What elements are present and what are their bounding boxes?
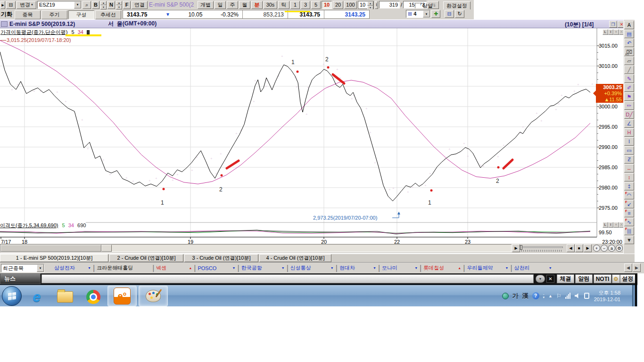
n-spinner[interactable]: ▲▼	[116, 1, 122, 9]
eraser-icon[interactable]: ▱	[624, 57, 634, 65]
playback-slider[interactable]	[519, 245, 564, 252]
ticker-item[interactable]: POSCO▼	[197, 265, 236, 271]
stock-button[interactable]: 종목	[15, 10, 41, 19]
settings-button[interactable]: 환경설정	[443, 1, 471, 10]
crayon-icon[interactable]: ✏	[624, 101, 634, 110]
execution-button[interactable]: 체결	[557, 274, 574, 283]
maximize-icon[interactable]: ❐	[609, 21, 617, 28]
mini-control-▫-icon[interactable]: ▫	[613, 29, 619, 35]
fibo-retrace-icon[interactable]: ≡F	[624, 209, 634, 217]
undo-icon[interactable]: ↶	[624, 39, 634, 47]
ime-hanja-indicator[interactable]: 漢	[522, 292, 528, 300]
strip-scroll-down-icon[interactable]: ▼	[624, 236, 634, 244]
bar-position-field[interactable]: 319	[379, 1, 400, 8]
wrench-icon[interactable]: ⚙	[616, 245, 623, 252]
n-spinner-up[interactable]: ▲	[116, 1, 122, 5]
count-spinbox-up[interactable]: ▲	[367, 1, 373, 6]
box-tool-icon[interactable]: ▭	[624, 146, 634, 155]
pen-arrow-icon[interactable]: ✐	[624, 83, 634, 92]
chart-area[interactable]: 3015.003010.003005.003000.002995.002990.…	[0, 28, 623, 244]
period-button[interactable]: 주기	[41, 10, 67, 19]
noti-button[interactable]: NOTI	[594, 274, 611, 283]
b-spinner[interactable]: ▲▼	[100, 1, 107, 9]
range-measure-icon[interactable]: ‡	[624, 182, 634, 190]
count-spinbox-spinner[interactable]: ▲▼	[367, 1, 373, 8]
zoom-out-icon[interactable]: −	[601, 245, 608, 252]
chart-scrollbar-thumb[interactable]	[0, 245, 101, 252]
today-checkbox[interactable]	[415, 3, 421, 8]
period-month-button[interactable]: 월	[239, 1, 250, 9]
layout-grid-select[interactable]: ⊞ 4 ▾	[406, 10, 430, 18]
taskbar-explorer-icon[interactable]	[56, 288, 74, 306]
ticker-item[interactable]: 우리들제약▼	[466, 264, 509, 272]
news-ticker-area[interactable]	[41, 274, 534, 283]
tray-power-icon[interactable]	[584, 293, 589, 299]
chart-scrollbar-grip[interactable]	[101, 245, 112, 252]
tray-flag-icon[interactable]: ⚐	[556, 293, 561, 299]
taskbar-trading-app-icon[interactable]: e°	[107, 286, 137, 306]
v-measure-icon[interactable]: ↕	[624, 173, 634, 181]
news-dropdown-icon[interactable]: ▼	[536, 275, 545, 283]
tray-volume-icon[interactable]	[575, 293, 580, 299]
mini-control-i-icon[interactable]: I	[608, 29, 614, 35]
interval-3-button[interactable]: 3	[301, 1, 310, 9]
mini-control-l-icon[interactable]: L	[603, 29, 608, 35]
zoom-in-icon[interactable]: +	[593, 245, 600, 252]
fibo-arc-icon[interactable]: ◠F	[624, 191, 634, 199]
ticker-item[interactable]: 현대차▼	[339, 264, 377, 272]
symbol-combo-arrow[interactable]: ▾	[74, 1, 81, 8]
b-button[interactable]: B	[92, 1, 99, 9]
save-icon[interactable]: ⊟	[445, 10, 454, 18]
mini-control-i-icon[interactable]: I	[608, 222, 614, 228]
period-tick-button[interactable]: 틱	[278, 1, 289, 9]
period-minute-button[interactable]: 분	[251, 1, 263, 9]
slider-thumb[interactable]	[520, 245, 522, 250]
trendline-button[interactable]: 추세선	[95, 10, 121, 19]
mini-control-l-icon[interactable]: L	[603, 222, 608, 228]
news-close-icon[interactable]: ✕	[546, 275, 554, 283]
start-button[interactable]	[2, 286, 22, 306]
legend-collapse-icon[interactable]	[87, 30, 90, 34]
angle-tool-icon[interactable]: ∠	[624, 119, 634, 128]
tray-show-hidden-icon[interactable]: ▲	[548, 294, 553, 298]
ticker-item[interactable]: 한국공항▼	[240, 264, 286, 272]
fibo-speed-icon[interactable]: ↙F	[624, 200, 634, 208]
zoom-auto-icon[interactable]: a	[608, 245, 615, 252]
ticker-item[interactable]: 롯데칠성▲	[422, 264, 462, 272]
pen-flag-icon[interactable]: ⚑	[624, 92, 634, 101]
refresh-icon[interactable]: ↻	[455, 10, 464, 18]
chart-tab-1[interactable]: 1 - E-mini SP 500(2019.12)[10분]	[0, 254, 108, 262]
chart-scrollbar-track[interactable]	[0, 244, 512, 252]
news-settings-button[interactable]: 설정	[620, 274, 636, 283]
interval-5-button[interactable]: 5	[311, 1, 321, 9]
step-forward-button[interactable]: ▶	[584, 244, 592, 252]
ma-legend-title[interactable]: 가격이동평균(종가,단순이평)	[0, 29, 67, 35]
period-30s-button[interactable]: 30s	[264, 1, 277, 9]
main-chart[interactable]: 3015.003010.003005.003000.002995.002990.…	[0, 28, 623, 244]
taskbar-paint-icon[interactable]	[139, 286, 168, 306]
ibeam-tool-icon[interactable]: I	[624, 137, 634, 146]
ime-korean-indicator[interactable]: 가	[512, 292, 519, 300]
symbol-combo[interactable]: ESZ19▾	[37, 1, 82, 9]
chart-tab-2[interactable]: 2 - Crude Oil (연결)[10분]	[109, 254, 183, 262]
period-day-button[interactable]: 일	[215, 1, 226, 9]
tray-network-icon[interactable]	[565, 293, 571, 299]
tray-help-icon[interactable]: ?	[532, 292, 539, 299]
news-wrench-icon[interactable]: ⚙	[612, 274, 620, 283]
ticker-scroll-left-icon[interactable]: ◀	[624, 263, 632, 272]
b-spinner-up[interactable]: ▲	[100, 1, 107, 5]
taskbar-chrome-icon[interactable]	[84, 288, 103, 306]
text-tool[interactable]: A	[624, 21, 634, 29]
degree-line-icon[interactable]: D╱	[624, 110, 634, 119]
line-tool-icon[interactable]: ╱	[624, 66, 634, 74]
alert-button[interactable]: 알림	[575, 274, 593, 283]
pen-line-icon[interactable]: ✎	[624, 74, 634, 83]
interval-10-button[interactable]: 10	[322, 1, 332, 9]
taskbar-ie-icon[interactable]: e	[27, 288, 46, 306]
tray-language-icon[interactable]	[502, 293, 509, 299]
change-button[interactable]: 변경▾	[17, 1, 36, 9]
n-spinner-down[interactable]: ▼	[116, 5, 122, 9]
ticker-item[interactable]: 삼성전자▼	[53, 264, 92, 272]
step-back-button[interactable]: ◀	[567, 244, 575, 252]
h-measure-icon[interactable]: ↔	[624, 164, 634, 173]
